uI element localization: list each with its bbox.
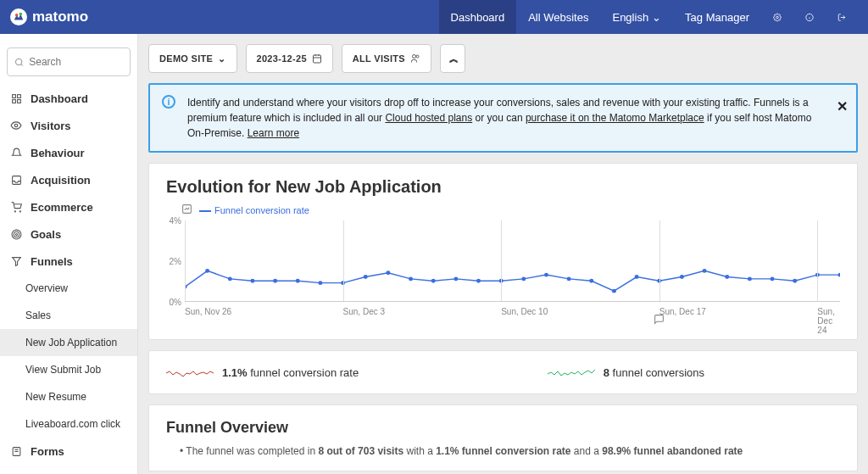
sidebar-sub-view-submit-job[interactable]: View Submit Job (0, 356, 137, 383)
cart-icon (10, 202, 22, 213)
sidebar-sub-liveaboard-com-click[interactable]: Liveaboard.com click (0, 410, 137, 438)
target-icon (10, 229, 22, 240)
evolution-chart-card: Evolution for New Job Application Funnel… (148, 163, 858, 340)
settings-icon[interactable] (761, 0, 793, 34)
sidebar-item-forms[interactable]: Forms (0, 438, 137, 465)
svg-rect-10 (17, 94, 20, 98)
top-navigation: matomo Dashboard All Websites English⌄ T… (0, 0, 868, 34)
chevron-down-icon: ⌄ (652, 11, 661, 24)
svg-point-33 (205, 269, 209, 273)
brand-name: matomo (32, 8, 88, 25)
sidebar-item-acquisition[interactable]: Acquisition (0, 166, 137, 193)
svg-point-58 (771, 276, 775, 281)
sparkline-icon (166, 365, 214, 380)
eye-icon (10, 120, 22, 131)
svg-point-1 (19, 13, 22, 16)
nav-tag-manager[interactable]: Tag Manager (673, 0, 761, 34)
sidebar-item-visitors[interactable]: Visitors (0, 112, 137, 139)
segment-selector[interactable]: ALL VISITS (342, 44, 431, 73)
logo-icon (10, 8, 27, 25)
svg-point-15 (14, 210, 15, 211)
bell-icon (10, 148, 22, 159)
funnel-overview-card: Funnel Overview • The funnel was complet… (148, 404, 858, 471)
side-menu: DashboardVisitorsBehaviourAcquisitionEco… (0, 85, 137, 474)
svg-rect-25 (313, 55, 320, 63)
grid-icon (10, 93, 22, 104)
svg-point-38 (318, 281, 322, 285)
nav-language[interactable]: English⌄ (600, 0, 673, 34)
nav-dashboard[interactable]: Dashboard (439, 0, 517, 34)
chevron-up-double-icon: ︽ (449, 53, 456, 65)
svg-point-41 (386, 270, 390, 275)
svg-point-34 (228, 276, 232, 281)
funnel-icon (10, 256, 22, 267)
signout-icon[interactable] (826, 0, 858, 34)
svg-point-16 (19, 210, 20, 211)
annotation-icon[interactable] (654, 314, 665, 327)
svg-point-49 (567, 276, 571, 281)
svg-point-13 (14, 124, 18, 127)
svg-point-0 (15, 14, 19, 16)
sidebar-item-goals[interactable]: Goals (0, 220, 137, 248)
chart-legend: Funnel conversion rate (199, 205, 309, 215)
svg-point-29 (412, 55, 415, 59)
svg-point-37 (296, 279, 300, 283)
summary-stats: 1.1% funnel conversion rate 8 funnel con… (148, 350, 858, 394)
svg-point-55 (703, 269, 707, 273)
svg-line-8 (21, 64, 23, 65)
sidebar-item-behaviour[interactable]: Behaviour (0, 139, 137, 166)
nav-all-websites[interactable]: All Websites (516, 0, 600, 34)
svg-point-7 (15, 59, 22, 65)
sidebar-sub-new-job-application[interactable]: New Job Application (0, 329, 137, 356)
people-icon (410, 53, 420, 64)
svg-point-30 (416, 55, 419, 58)
stat-conversion-rate: 1.1% funnel conversion rate (166, 365, 359, 380)
sparkline-icon (548, 365, 595, 380)
sidebar-sub-new-resume[interactable]: New Resume (0, 383, 137, 410)
chart-settings-icon[interactable] (181, 204, 192, 217)
svg-point-50 (589, 279, 593, 283)
sidebar-item-dashboard[interactable]: Dashboard (0, 85, 137, 112)
inbox-icon (10, 175, 22, 186)
sidebar-item-media[interactable]: Media (0, 465, 137, 474)
form-icon (10, 446, 22, 457)
svg-point-61 (838, 273, 841, 277)
link-learn-more[interactable]: Learn more (248, 127, 299, 139)
link-marketplace[interactable]: purchase it on the Matomo Marketplace (526, 112, 704, 124)
sidebar-sub-overview[interactable]: Overview (0, 275, 137, 302)
calendar-icon (312, 53, 322, 64)
site-selector[interactable]: DEMO SITE ⌄ (148, 44, 237, 73)
main-content: DEMO SITE ⌄ 2023-12-25 ALL VISITS ︽ i ✕ … (138, 34, 868, 474)
sidebar-sub-sales[interactable]: Sales (0, 302, 137, 329)
sidebar-item-ecommerce[interactable]: Ecommerce (0, 193, 137, 220)
info-icon: i (162, 95, 175, 109)
link-cloud-plans[interactable]: Cloud hosted plans (385, 112, 472, 124)
svg-point-2 (776, 16, 779, 19)
svg-point-18 (14, 231, 19, 237)
info-icon[interactable] (793, 0, 826, 34)
date-selector[interactable]: 2023-12-25 (246, 44, 333, 73)
svg-point-40 (364, 275, 368, 279)
search-input[interactable] (7, 47, 131, 76)
chevron-down-icon: ⌄ (218, 53, 225, 64)
svg-rect-11 (12, 99, 15, 103)
svg-rect-9 (12, 94, 15, 98)
svg-point-35 (250, 279, 254, 283)
svg-point-59 (793, 279, 797, 283)
sidebar: DashboardVisitorsBehaviourAcquisitionEco… (0, 34, 138, 474)
svg-rect-12 (17, 99, 20, 103)
stat-conversions: 8 funnel conversions (548, 365, 704, 380)
overview-title: Funnel Overview (149, 405, 857, 437)
sidebar-item-funnels[interactable]: Funnels (0, 248, 137, 275)
svg-point-47 (521, 276, 526, 281)
close-icon[interactable]: ✕ (837, 97, 848, 117)
brand-logo[interactable]: matomo (10, 8, 88, 25)
info-banner: i ✕ Identify and understand where your v… (148, 83, 858, 153)
line-chart[interactable]: 0%2%4% Sun, Nov 26Sun, Dec 3Sun, Dec 10S… (166, 220, 840, 322)
svg-rect-14 (12, 176, 20, 184)
svg-point-36 (273, 279, 277, 283)
svg-point-42 (409, 276, 413, 281)
search-icon (14, 57, 24, 68)
collapse-button[interactable]: ︽ (440, 44, 465, 73)
svg-point-43 (431, 279, 436, 283)
